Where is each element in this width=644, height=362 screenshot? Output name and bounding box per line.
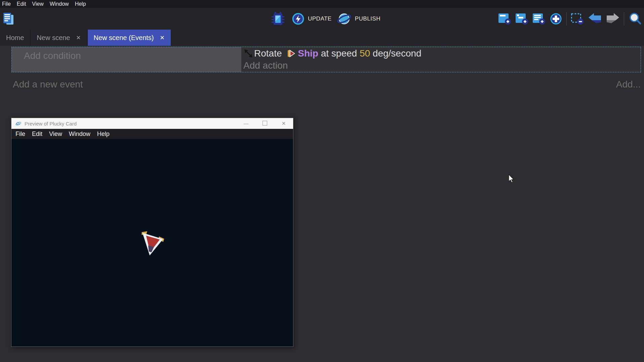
- undo-icon: [588, 13, 602, 25]
- debug-button[interactable]: [272, 12, 284, 26]
- project-manager-button[interactable]: [3, 12, 14, 25]
- add-action-placeholder[interactable]: Add action: [243, 60, 641, 72]
- tab-new-scene[interactable]: New scene ✕: [31, 30, 87, 46]
- add-condition-placeholder[interactable]: Add condition: [24, 50, 81, 61]
- toolbar-right-group: [498, 8, 642, 30]
- action-unit: deg/second: [370, 48, 421, 59]
- menu-view[interactable]: View: [29, 1, 46, 7]
- redo-button[interactable]: [606, 13, 619, 25]
- publish-button[interactable]: [336, 11, 352, 26]
- event-row[interactable]: Add condition Rotate Ship: [11, 47, 641, 72]
- preview-menu-file[interactable]: File: [11, 131, 29, 138]
- add-circle-icon: [550, 13, 562, 25]
- action-value: 50: [360, 48, 370, 59]
- add-more-button[interactable]: Add...: [616, 78, 641, 91]
- main-toolbar: UPDATE PUBLISH: [0, 8, 644, 30]
- actions-cell: Rotate Ship at speed 50 deg/second Add a…: [241, 47, 641, 72]
- preview-menu-edit[interactable]: Edit: [29, 131, 46, 138]
- rotate-icon: [243, 48, 253, 59]
- action-verb: Rotate: [254, 48, 284, 59]
- app-menu-bar: File Edit View Window Help: [0, 0, 644, 8]
- preview-menu-bar: File Edit View Window Help: [11, 129, 293, 139]
- tab-label: Home: [6, 34, 24, 42]
- tab-bar: Home New scene ✕ New scene (Events) ✕: [0, 30, 644, 46]
- add-subevent-button[interactable]: [516, 13, 528, 25]
- tab-label: New scene (Events): [94, 34, 154, 42]
- rotate-action[interactable]: Rotate Ship at speed 50 deg/second: [243, 47, 641, 60]
- add-comment-icon: [533, 13, 546, 25]
- game-canvas[interactable]: [11, 139, 293, 347]
- tab-home[interactable]: Home: [0, 30, 31, 46]
- publish-label[interactable]: PUBLISH: [355, 15, 380, 22]
- update-button[interactable]: [292, 12, 305, 25]
- update-icon: [292, 12, 305, 25]
- undo-button[interactable]: [588, 13, 602, 25]
- publish-icon: [336, 11, 352, 26]
- preview-menu-view[interactable]: View: [46, 131, 66, 138]
- action-object-name: Ship: [298, 48, 318, 59]
- debug-icon: [272, 12, 284, 26]
- tab-close-icon[interactable]: ✕: [76, 34, 81, 41]
- preview-title-bar[interactable]: G Preview of Plucky Card — ✕: [11, 118, 293, 129]
- menu-file[interactable]: File: [0, 1, 14, 7]
- toolbar-separator: [624, 12, 624, 26]
- maximize-button[interactable]: [255, 121, 274, 126]
- add-event-button[interactable]: [498, 13, 511, 25]
- delete-selection-icon: [571, 13, 584, 25]
- search-icon: [629, 12, 642, 26]
- maximize-icon: [263, 121, 267, 125]
- preview-menu-help[interactable]: Help: [94, 131, 113, 138]
- search-events-button[interactable]: [629, 12, 642, 26]
- preview-window-title: Preview of Plucky Card: [25, 121, 237, 126]
- preview-menu-window[interactable]: Window: [66, 131, 94, 138]
- add-new-event-row: Add a new event Add...: [13, 78, 641, 91]
- add-comment-button[interactable]: [533, 13, 546, 25]
- conditions-cell[interactable]: Add condition: [12, 47, 241, 72]
- project-manager-icon: [3, 12, 14, 25]
- tab-new-scene-events[interactable]: New scene (Events) ✕: [88, 30, 171, 46]
- delete-selection-button[interactable]: [571, 13, 584, 25]
- ship-object-icon: [287, 49, 296, 58]
- tab-close-icon[interactable]: ✕: [160, 34, 165, 41]
- add-event-icon: [498, 13, 511, 25]
- gdevelop-app: File Edit View Window Help: [0, 0, 644, 362]
- add-subevent-icon: [516, 13, 528, 25]
- menu-help[interactable]: Help: [72, 1, 89, 7]
- choose-add-event-button[interactable]: [550, 13, 562, 25]
- add-new-event-placeholder[interactable]: Add a new event: [13, 78, 83, 91]
- update-label[interactable]: UPDATE: [308, 15, 332, 22]
- toolbar-center-group: UPDATE PUBLISH: [272, 8, 380, 30]
- toolbar-separator: [566, 12, 567, 26]
- redo-icon: [606, 13, 619, 25]
- gdevelop-logo-icon: G: [15, 121, 21, 126]
- ship-sprite: [139, 229, 166, 257]
- close-button[interactable]: ✕: [274, 120, 293, 126]
- preview-window: G Preview of Plucky Card — ✕ File Edit V…: [11, 118, 293, 347]
- action-connector: at speed: [318, 48, 360, 59]
- menu-edit[interactable]: Edit: [14, 1, 29, 7]
- tab-label: New scene: [37, 34, 70, 42]
- minimize-button[interactable]: —: [237, 121, 255, 126]
- menu-window[interactable]: Window: [47, 1, 72, 7]
